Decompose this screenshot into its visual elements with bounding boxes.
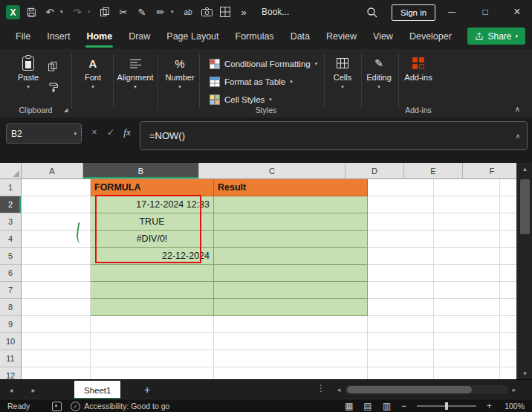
clipboard-dialog-launcher[interactable]: ◢: [64, 107, 68, 113]
cell-D8[interactable]: [368, 299, 434, 316]
cell-F9[interactable]: [500, 316, 516, 333]
column-header-D[interactable]: D: [346, 163, 404, 179]
cell-D10[interactable]: [368, 333, 434, 350]
cell-B7[interactable]: [91, 282, 214, 299]
ink-pen-icon[interactable]: ✎: [134, 3, 150, 21]
cells-group-button[interactable]: Cells ▾: [330, 56, 355, 89]
cell-E11[interactable]: [434, 350, 500, 367]
undo-dropdown-icon[interactable]: ▾: [60, 9, 67, 15]
share-button[interactable]: Share ▾: [467, 28, 525, 45]
cell-C1[interactable]: Result: [214, 179, 368, 196]
redo-icon[interactable]: ↷: [69, 3, 85, 21]
cell-A5[interactable]: [22, 248, 91, 265]
formula-input[interactable]: =NOW() ∧: [140, 121, 528, 150]
cell-D3[interactable]: [368, 213, 434, 231]
cell-F1[interactable]: [500, 179, 516, 196]
zoom-slider[interactable]: [417, 405, 476, 407]
font-group-button[interactable]: A Font ▾: [77, 56, 108, 89]
zoom-in-button[interactable]: +: [487, 401, 492, 411]
cell-A1[interactable]: [22, 179, 91, 196]
cell-A7[interactable]: [22, 282, 91, 299]
cell-B6[interactable]: [91, 265, 214, 282]
sheet-tab-sheet1[interactable]: Sheet1: [74, 381, 120, 399]
cell-B11[interactable]: [91, 350, 214, 367]
menu-tab-data[interactable]: Data: [282, 24, 318, 49]
cell-C12[interactable]: [214, 367, 368, 379]
cell-D4[interactable]: [368, 231, 434, 248]
addins-button[interactable]: Add-ins: [401, 56, 435, 82]
row-header-10[interactable]: 10: [0, 333, 22, 350]
cell-B9[interactable]: [91, 316, 214, 333]
zoom-slider-thumb[interactable]: [445, 402, 448, 410]
accessibility-status[interactable]: ✓ Accessibility: Good to go: [71, 402, 169, 411]
cell-D1[interactable]: [368, 179, 434, 196]
cell-F7[interactable]: [500, 282, 516, 299]
cell-F3[interactable]: [500, 213, 516, 231]
row-header-1[interactable]: 1: [0, 179, 22, 196]
row-header-11[interactable]: 11: [0, 350, 22, 367]
cell-B5[interactable]: 22-12-2024: [91, 248, 214, 265]
row-header-4[interactable]: 4: [0, 231, 22, 248]
cell-A12[interactable]: [22, 367, 91, 379]
menu-tab-insert[interactable]: Insert: [39, 24, 78, 49]
menu-tab-page-layout[interactable]: Page Layout: [158, 24, 227, 49]
vertical-scroll-thumb[interactable]: [520, 179, 530, 234]
previous-sheet-icon[interactable]: ◂: [3, 380, 19, 399]
pen-options-chevron-icon[interactable]: ▾: [171, 9, 178, 15]
horizontal-scroll-track[interactable]: [345, 385, 508, 394]
minimize-button[interactable]: ─: [437, 0, 467, 24]
cell-E9[interactable]: [434, 316, 500, 333]
cell-E8[interactable]: [434, 299, 500, 316]
cell-E1[interactable]: [434, 179, 500, 196]
menu-tab-home[interactable]: Home: [78, 24, 120, 49]
cell-D6[interactable]: [368, 265, 434, 282]
horizontal-scroll-thumb[interactable]: [347, 386, 472, 393]
cell-F6[interactable]: [500, 265, 516, 282]
undo-icon[interactable]: ↶: [42, 3, 58, 21]
cell-F8[interactable]: [500, 299, 516, 316]
insert-function-button[interactable]: fx: [120, 124, 134, 141]
cell-A4[interactable]: [22, 231, 91, 248]
cell-E4[interactable]: [434, 231, 500, 248]
copy-small-button[interactable]: [45, 58, 61, 74]
number-group-button[interactable]: % Number ▾: [163, 56, 196, 89]
column-header-A[interactable]: A: [22, 163, 83, 179]
cell-A10[interactable]: [22, 333, 91, 350]
cell-E12[interactable]: [434, 367, 500, 379]
cell-E2[interactable]: [434, 196, 500, 213]
cell-C2[interactable]: [214, 196, 368, 213]
cell-F10[interactable]: [500, 333, 516, 350]
new-sheet-button[interactable]: +: [140, 382, 155, 397]
scroll-left-icon[interactable]: ◂: [333, 386, 345, 393]
cell-B3[interactable]: TRUE: [91, 213, 214, 231]
cell-C8[interactable]: [214, 299, 368, 316]
format-painter-button[interactable]: [45, 79, 61, 95]
borders-grid-icon[interactable]: [217, 3, 233, 21]
cell-D9[interactable]: [368, 316, 434, 333]
cell-C5[interactable]: [214, 248, 368, 265]
cell-E3[interactable]: [434, 213, 500, 231]
menu-tab-draw[interactable]: Draw: [120, 24, 158, 49]
close-button[interactable]: ×: [502, 0, 532, 24]
conditional-formatting-button[interactable]: Conditional Formatting ▾: [210, 55, 322, 72]
cell-F4[interactable]: [500, 231, 516, 248]
row-header-5[interactable]: 5: [0, 248, 22, 265]
column-header-E[interactable]: E: [404, 163, 463, 179]
normal-view-button[interactable]: ▦: [345, 401, 353, 411]
cell-F2[interactable]: [500, 196, 516, 213]
search-icon[interactable]: [362, 3, 381, 21]
row-header-7[interactable]: 7: [0, 282, 22, 299]
scroll-down-icon[interactable]: ▼: [517, 367, 532, 379]
cell-D5[interactable]: [368, 248, 434, 265]
cell-B12[interactable]: [91, 367, 214, 379]
cell-B1[interactable]: FORMULA: [91, 179, 214, 196]
maximize-button[interactable]: □: [470, 0, 500, 24]
cell-B2[interactable]: 17-12-2024 12:33: [91, 196, 214, 213]
cell-F11[interactable]: [500, 350, 516, 367]
cell-D2[interactable]: [368, 196, 434, 213]
horizontal-scrollbar[interactable]: ◂ ▸: [333, 384, 520, 396]
column-header-B[interactable]: B: [83, 163, 199, 179]
collapse-ribbon-icon[interactable]: ∧: [515, 105, 520, 113]
cell-E6[interactable]: [434, 265, 500, 282]
cell-E5[interactable]: [434, 248, 500, 265]
